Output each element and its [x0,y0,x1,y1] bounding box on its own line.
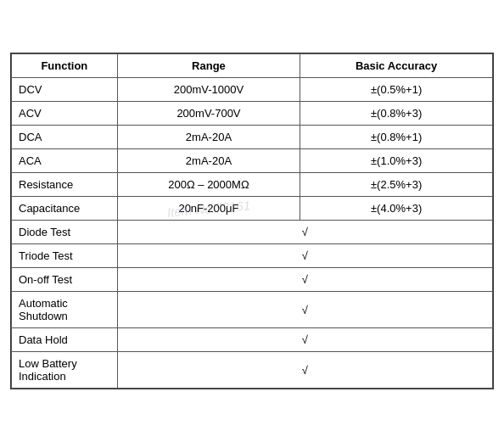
table-row: Data Hold√ [12,328,493,352]
header-range: Range [117,54,300,78]
table-row: Resistance200Ω – 2000MΩ±(2.5%+3) [12,173,493,197]
cell-accuracy: ±(0.8%+1) [300,126,493,149]
cell-function: DCA [12,126,118,149]
cell-function: Resistance [12,173,118,197]
cell-checkmark: √ [117,221,492,244]
table-row: Capacitance20nF-200μFItem No.72161±(4.0%… [12,197,493,221]
table-row: DCA2mA-20A±(0.8%+1) [12,126,493,149]
cell-function: Triode Test [12,244,118,268]
cell-checkmark: √ [117,268,492,292]
cell-function: DCV [12,78,118,102]
table-row: DCV200mV-1000V±(0.5%+1) [12,78,493,102]
header-function: Function [12,54,118,78]
header-accuracy: Basic Accuracy [300,54,493,78]
cell-checkmark: √ [117,328,492,352]
table-row: On-off Test√ [12,268,493,292]
cell-accuracy: ±(1.0%+3) [300,149,493,173]
table-row: Low Battery Indication√ [12,352,493,389]
cell-function: Diode Test [12,221,118,244]
cell-accuracy: ±(2.5%+3) [300,173,493,197]
watermark-text: Item No.72161 [166,198,251,220]
table-header-row: Function Range Basic Accuracy [12,54,493,78]
cell-function: Data Hold [12,328,118,352]
spec-table-wrapper: Function Range Basic Accuracy DCV200mV-1… [10,53,494,389]
cell-accuracy: ±(0.8%+3) [300,102,493,126]
cell-range: 20nF-200μFItem No.72161 [117,197,300,221]
table-row: ACA2mA-20A±(1.0%+3) [12,149,493,173]
cell-range: 2mA-20A [117,126,300,149]
table-row: Diode Test√ [12,221,493,244]
table-row: Triode Test√ [12,244,493,268]
cell-function: Automatic Shutdown [12,292,118,328]
cell-function: Capacitance [12,197,118,221]
cell-range: 2mA-20A [117,149,300,173]
table-row: Automatic Shutdown√ [12,292,493,328]
cell-checkmark: √ [117,292,492,328]
table-row: ACV200mV-700V±(0.8%+3) [12,102,493,126]
spec-table: Function Range Basic Accuracy DCV200mV-1… [11,53,493,389]
cell-accuracy: ±(0.5%+1) [300,78,493,102]
cell-function: ACV [12,102,118,126]
cell-range: 200Ω – 2000MΩ [117,173,300,197]
cell-checkmark: √ [117,244,492,268]
cell-checkmark: √ [117,352,492,389]
cell-range: 200mV-700V [117,102,300,126]
cell-function: ACA [12,149,118,173]
cell-accuracy: ±(4.0%+3) [300,197,493,221]
cell-function: On-off Test [12,268,118,292]
cell-range: 200mV-1000V [117,78,300,102]
cell-function: Low Battery Indication [12,352,118,389]
